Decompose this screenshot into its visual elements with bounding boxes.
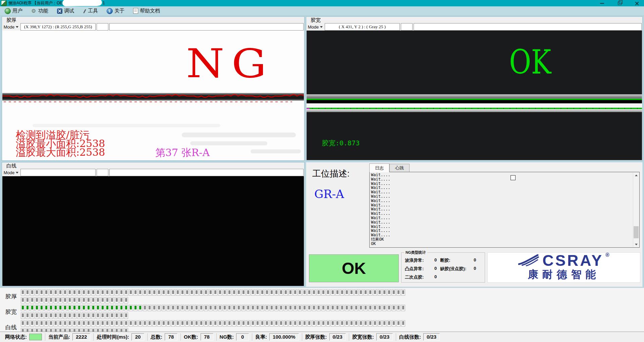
indicator-cell xyxy=(96,289,100,296)
indicator-cell xyxy=(256,289,260,296)
indicator-cell xyxy=(251,289,255,296)
indicator-cell xyxy=(354,289,358,296)
panel-title: 胶宽 xyxy=(306,17,642,23)
status-field-label: OK数: xyxy=(184,334,198,340)
menu-item-tools[interactable]: 工具 xyxy=(83,8,98,14)
mode-dropdown[interactable]: Mode xyxy=(3,169,19,176)
log-scrollbar[interactable] xyxy=(633,173,639,247)
indicator-cell xyxy=(157,320,161,327)
indicator-cell xyxy=(110,289,114,296)
log-box[interactable]: Wait....Wait....Wait....Wait....Wait....… xyxy=(369,172,640,248)
indicator-cell xyxy=(213,289,217,296)
indicator-cell xyxy=(21,312,25,319)
indicator-cell xyxy=(199,320,203,327)
indicator-cell xyxy=(359,320,363,327)
indicator-cell xyxy=(246,289,250,296)
log-checkbox[interactable] xyxy=(511,175,516,180)
indicator-cell xyxy=(44,320,48,327)
indicator-cell xyxy=(96,305,100,311)
menu-item-user[interactable]: 用户 xyxy=(5,8,22,14)
indicator-cell xyxy=(138,305,142,311)
indicator-cell xyxy=(176,289,180,296)
restore-button[interactable] xyxy=(615,0,624,6)
indicator-cell xyxy=(227,289,231,296)
indicator-cell xyxy=(392,305,396,311)
indicator-cell xyxy=(401,320,405,327)
image-view-white-line[interactable] xyxy=(2,176,304,286)
panel-title: 白线 xyxy=(2,162,304,169)
indicator-cell xyxy=(204,289,208,296)
indicator-cell xyxy=(54,289,58,296)
overall-result-button[interactable]: OK xyxy=(309,254,399,282)
indicator-cell xyxy=(185,305,189,311)
indicator-cell xyxy=(21,320,25,327)
indicator-cell xyxy=(190,320,194,327)
indicator-group-label: 白线 xyxy=(5,324,21,331)
indicator-cell xyxy=(124,305,128,311)
mode-dropdown[interactable]: Mode xyxy=(3,23,19,31)
menu-item-label: 用户 xyxy=(12,8,22,14)
indicator-cell xyxy=(124,289,128,296)
indicator-cell xyxy=(105,289,109,296)
toolbar-field-small xyxy=(97,23,108,31)
indicator-cell xyxy=(335,320,339,327)
mode-dropdown[interactable]: Mode xyxy=(307,23,324,31)
menu-item-help-doc[interactable]: 帮助文档 xyxy=(133,8,160,14)
indicator-cell xyxy=(77,320,81,327)
indicator-cell xyxy=(105,312,109,319)
indicator-cell xyxy=(364,289,368,296)
scrollbar-thumb[interactable] xyxy=(634,226,639,238)
indicator-cell xyxy=(321,305,325,311)
indicator-cell xyxy=(133,305,138,311)
image-view-glue-width[interactable]: OK 胶宽:0.873 xyxy=(307,31,642,160)
minimize-button[interactable] xyxy=(598,0,606,6)
menu-item-about[interactable]: 关于 xyxy=(107,8,124,14)
menubar: 用户 ⚙ 功能 调试 工具 关于 帮助文档 xyxy=(0,6,644,16)
tab-heartbeat[interactable]: 心跳 xyxy=(389,164,410,172)
status-field-label: 当前产品: xyxy=(48,334,70,340)
indicator-cell xyxy=(72,297,76,303)
indicator-cell xyxy=(340,320,344,327)
indicator-cell xyxy=(72,312,76,319)
indicator-cell xyxy=(58,312,62,319)
indicator-cell xyxy=(260,289,264,296)
indicator-cell xyxy=(204,305,208,311)
log-line: Wait.... xyxy=(371,186,632,190)
scroll-down-icon[interactable] xyxy=(633,242,639,247)
indicator-cell xyxy=(373,305,377,311)
indicator-cell xyxy=(180,320,184,327)
indicator-cell xyxy=(284,305,288,311)
image-view-glue-thickness[interactable]: NG 检测到溢胶/脏污 溢胶最小面积:2538 溢胶最大面积:2538 第37 … xyxy=(2,31,304,160)
app-window: 侧涂AOI程序 【当前用户：OEM】 编 1 用户 ⚙ 功能 调试 工具 xyxy=(0,0,644,342)
indicator-cell xyxy=(232,289,236,296)
scroll-up-icon[interactable] xyxy=(633,173,639,178)
image-smudge xyxy=(190,141,267,145)
logo-brand-text: CSRAY xyxy=(542,253,603,267)
indicator-cell xyxy=(317,305,321,311)
indicator-cell xyxy=(321,320,325,327)
indicator-cell xyxy=(378,305,382,311)
app-icon xyxy=(1,0,7,6)
indicator-cell xyxy=(166,320,170,327)
close-button[interactable] xyxy=(633,0,641,6)
menu-item-functions[interactable]: ⚙ 功能 xyxy=(31,8,48,14)
indicator-cell xyxy=(326,305,330,311)
tab-log[interactable]: 日志 xyxy=(369,163,389,172)
log-line: Wait.... xyxy=(371,203,632,207)
indicator-cell xyxy=(87,320,91,327)
indicator-cell xyxy=(72,320,76,327)
indicator-cell xyxy=(110,305,114,311)
station-desc-label: 工位描述: xyxy=(312,168,350,180)
indicator-cell xyxy=(119,297,123,303)
indicator-groups: 胶厚胶宽白线 xyxy=(5,289,644,334)
indicator-cell xyxy=(58,305,62,311)
indicator-cell xyxy=(345,320,349,327)
indicator-cell xyxy=(256,320,260,327)
glue-stripe-white-lower xyxy=(307,109,642,112)
log-line: Wait.... xyxy=(371,194,632,199)
indicator-cell xyxy=(364,320,368,327)
indicator-cell xyxy=(152,289,156,296)
indicator-cell xyxy=(288,305,292,311)
indicator-cell xyxy=(58,297,62,303)
menu-item-debug[interactable]: 调试 xyxy=(57,8,74,14)
